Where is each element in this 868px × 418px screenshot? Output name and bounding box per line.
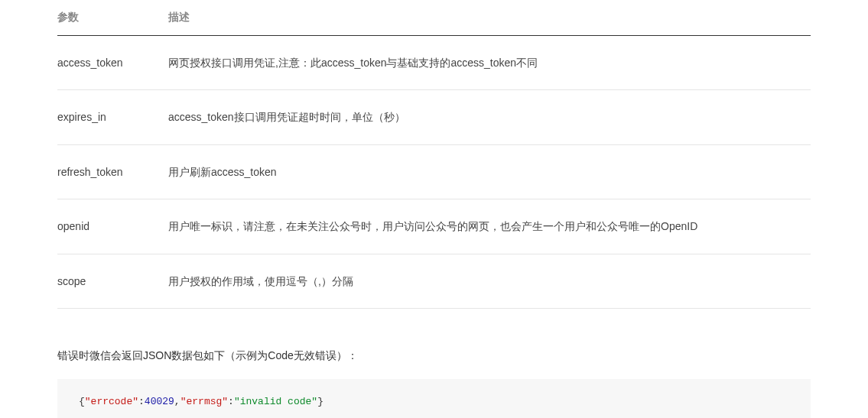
code-token: 40029 xyxy=(145,396,174,407)
code-token: : xyxy=(138,396,145,407)
cell-desc: 网页授权接口调用凭证,注意：此access_token与基础支持的access_… xyxy=(168,36,811,90)
code-token: "errcode" xyxy=(85,396,138,407)
code-token: { xyxy=(79,396,85,407)
parameter-table: 参数 描述 access_token 网页授权接口调用凭证,注意：此access… xyxy=(57,0,811,309)
table-row: access_token 网页授权接口调用凭证,注意：此access_token… xyxy=(57,36,811,90)
table-row: openid 用户唯一标识，请注意，在未关注公众号时，用户访问公众号的网页，也会… xyxy=(57,199,811,254)
code-token: "errmsg" xyxy=(180,396,228,407)
code-token: } xyxy=(317,396,323,407)
table-row: refresh_token 用户刷新access_token xyxy=(57,144,811,199)
code-token: "invalid code" xyxy=(234,396,317,407)
cell-param: expires_in xyxy=(57,90,168,144)
cell-desc: 用户唯一标识，请注意，在未关注公众号时，用户访问公众号的网页，也会产生一个用户和… xyxy=(168,199,811,254)
error-note: 错误时微信会返回JSON数据包如下（示例为Code无效错误）： xyxy=(57,347,811,364)
cell-param: scope xyxy=(57,254,168,308)
header-param: 参数 xyxy=(57,0,168,36)
table-row: expires_in access_token接口调用凭证超时时间，单位（秒） xyxy=(57,90,811,144)
cell-desc: access_token接口调用凭证超时时间，单位（秒） xyxy=(168,90,811,144)
header-desc: 描述 xyxy=(168,0,811,36)
code-token: , xyxy=(174,396,180,407)
code-block: {"errcode":40029,"errmsg":"invalid code"… xyxy=(57,379,811,418)
table-row: scope 用户授权的作用域，使用逗号（,）分隔 xyxy=(57,254,811,308)
cell-param: openid xyxy=(57,199,168,254)
cell-param: refresh_token xyxy=(57,144,168,199)
cell-param: access_token xyxy=(57,36,168,90)
table-header-row: 参数 描述 xyxy=(57,0,811,36)
cell-desc: 用户刷新access_token xyxy=(168,144,811,199)
cell-desc: 用户授权的作用域，使用逗号（,）分隔 xyxy=(168,254,811,308)
document-content: 参数 描述 access_token 网页授权接口调用凭证,注意：此access… xyxy=(0,0,868,418)
code-token: : xyxy=(228,396,234,407)
